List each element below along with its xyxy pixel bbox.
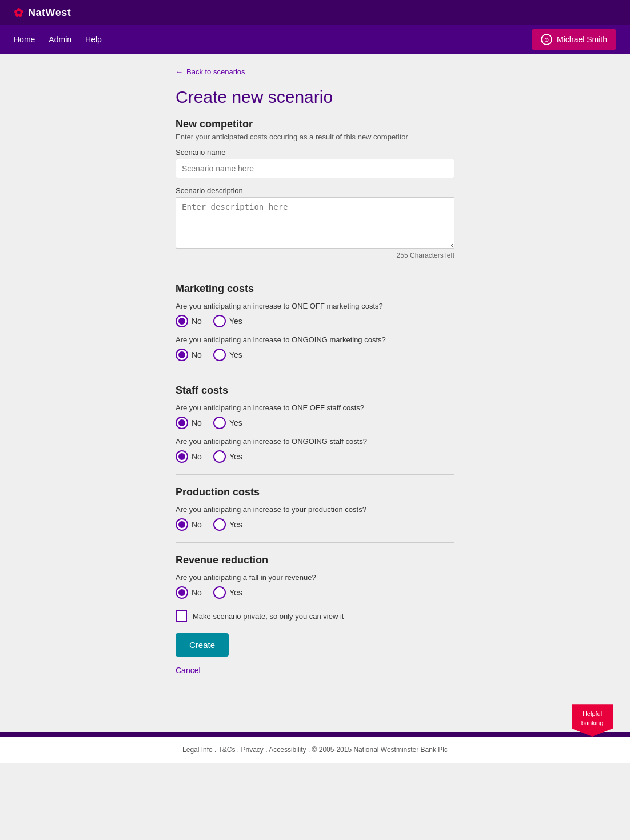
- marketing-q1-text: Are you anticipating an increase to ONE …: [176, 302, 454, 310]
- scenario-description-group: Scenario description 255 Characters left: [176, 186, 454, 259]
- radio-no-label: No: [192, 317, 202, 326]
- marketing-q2-radio-group: No Yes: [176, 349, 454, 361]
- staff-q1-yes[interactable]: Yes: [213, 417, 242, 429]
- production-radio-no: No: [192, 520, 202, 529]
- staff-radio-no-2: No: [192, 452, 202, 461]
- header-nav: Home Admin Help ⊙ Michael Smith: [0, 25, 630, 54]
- private-checkbox-row: Make scenario private, so only you can v…: [176, 610, 454, 622]
- private-checkbox[interactable]: [176, 610, 187, 622]
- revenue-radio-no: No: [192, 588, 202, 597]
- create-button[interactable]: Create: [176, 633, 229, 657]
- staff-radio-no-1: No: [192, 418, 202, 427]
- radio-yes-label: Yes: [229, 317, 242, 326]
- scenario-name-label: Scenario name: [176, 148, 454, 157]
- scenario-name-group: Scenario name: [176, 148, 454, 178]
- radio-no-label-2: No: [192, 350, 202, 359]
- user-icon: ⊙: [541, 34, 552, 45]
- staff-radio-yes-1: Yes: [229, 418, 242, 427]
- marketing-q1-no[interactable]: No: [176, 315, 202, 327]
- production-costs-section: Production costs Are you anticipating an…: [176, 486, 454, 531]
- nav-links: Home Admin Help: [14, 35, 102, 44]
- back-link-label: Back to scenarios: [186, 67, 245, 76]
- helpful-line2: banking: [581, 719, 604, 726]
- production-q1-yes[interactable]: Yes: [213, 518, 242, 531]
- production-costs-title: Production costs: [176, 486, 454, 498]
- production-q1-no[interactable]: No: [176, 518, 202, 531]
- staff-costs-section: Staff costs Are you anticipating an incr…: [176, 385, 454, 463]
- revenue-radio-yes: Yes: [229, 588, 242, 597]
- revenue-reduction-section: Revenue reduction Are you anticipating a…: [176, 554, 454, 599]
- logo-area: ✿ NatWest: [14, 6, 71, 19]
- revenue-q1-radio-group: No Yes: [176, 586, 454, 599]
- staff-q2-yes[interactable]: Yes: [213, 450, 242, 463]
- marketing-q2-yes[interactable]: Yes: [213, 349, 242, 361]
- production-radio-yes: Yes: [229, 520, 242, 529]
- scenario-description-label: Scenario description: [176, 186, 454, 195]
- revenue-reduction-title: Revenue reduction: [176, 554, 454, 566]
- footer-banner: Helpful banking: [0, 732, 630, 737]
- production-q1-text: Are you anticipating an increase to your…: [176, 505, 454, 514]
- marketing-costs-title: Marketing costs: [176, 283, 454, 295]
- divider-2: [176, 373, 454, 373]
- back-link[interactable]: ← Back to scenarios: [176, 67, 454, 76]
- staff-q1-yes-circle: [213, 417, 226, 429]
- marketing-q1-yes[interactable]: Yes: [213, 315, 242, 327]
- marketing-q1-radio-group: No Yes: [176, 315, 454, 327]
- footer-text: Legal Info . T&Cs . Privacy . Accessibil…: [182, 746, 448, 754]
- staff-q2-no[interactable]: No: [176, 450, 202, 463]
- helpful-banking-badge: Helpful banking: [572, 704, 613, 737]
- staff-q2-text: Are you anticipating an increase to ONGO…: [176, 437, 454, 446]
- nav-admin[interactable]: Admin: [49, 35, 71, 44]
- scenario-description-textarea[interactable]: [176, 197, 454, 249]
- marketing-q1-no-circle: [176, 315, 188, 327]
- radio-yes-label-2: Yes: [229, 350, 242, 359]
- scenario-type-subtitle: Enter your anticipated costs occuring as…: [176, 133, 454, 141]
- staff-q1-text: Are you anticipating an increase to ONE …: [176, 403, 454, 412]
- divider-4: [176, 542, 454, 543]
- natwest-logo-icon: ✿: [14, 6, 23, 19]
- staff-q1-no-circle: [176, 417, 188, 429]
- staff-q2-yes-circle: [213, 450, 226, 463]
- production-q1-no-circle: [176, 518, 188, 531]
- production-q1-yes-circle: [213, 518, 226, 531]
- natwest-logo-text: NatWest: [28, 7, 71, 19]
- private-checkbox-label: Make scenario private, so only you can v…: [193, 612, 344, 621]
- scenario-name-input[interactable]: [176, 159, 454, 178]
- marketing-q2-yes-circle: [213, 349, 226, 361]
- marketing-q2-no[interactable]: No: [176, 349, 202, 361]
- staff-q2-radio-group: No Yes: [176, 450, 454, 463]
- footer-links: Legal Info . T&Cs . Privacy . Accessibil…: [0, 737, 630, 763]
- revenue-q1-no[interactable]: No: [176, 586, 202, 599]
- revenue-q1-yes[interactable]: Yes: [213, 586, 242, 599]
- user-name: Michael Smith: [557, 35, 607, 44]
- page-title: Create new scenario: [176, 87, 454, 107]
- user-badge[interactable]: ⊙ Michael Smith: [532, 29, 616, 50]
- staff-q1-radio-group: No Yes: [176, 417, 454, 429]
- back-arrow-icon: ←: [176, 67, 183, 76]
- staff-q1-no[interactable]: No: [176, 417, 202, 429]
- marketing-costs-section: Marketing costs Are you anticipating an …: [176, 283, 454, 361]
- marketing-q2-text: Are you anticipating an increase to ONGO…: [176, 335, 454, 344]
- revenue-q1-no-circle: [176, 586, 188, 599]
- marketing-q2-no-circle: [176, 349, 188, 361]
- nav-help[interactable]: Help: [85, 35, 102, 44]
- cancel-button[interactable]: Cancel: [176, 666, 201, 675]
- divider-1: [176, 271, 454, 271]
- main-content: ← Back to scenarios Create new scenario …: [166, 54, 464, 698]
- marketing-q1-yes-circle: [213, 315, 226, 327]
- revenue-q1-text: Are you anticipating a fall in your reve…: [176, 573, 454, 582]
- scenario-type-title: New competitor: [176, 118, 454, 130]
- staff-radio-yes-2: Yes: [229, 452, 242, 461]
- staff-q2-no-circle: [176, 450, 188, 463]
- char-count: 255 Characters left: [176, 251, 454, 259]
- production-q1-radio-group: No Yes: [176, 518, 454, 531]
- revenue-q1-yes-circle: [213, 586, 226, 599]
- header-top: ✿ NatWest: [0, 0, 630, 25]
- staff-costs-title: Staff costs: [176, 385, 454, 397]
- helpful-line1: Helpful: [583, 710, 602, 717]
- divider-3: [176, 474, 454, 475]
- nav-home[interactable]: Home: [14, 35, 35, 44]
